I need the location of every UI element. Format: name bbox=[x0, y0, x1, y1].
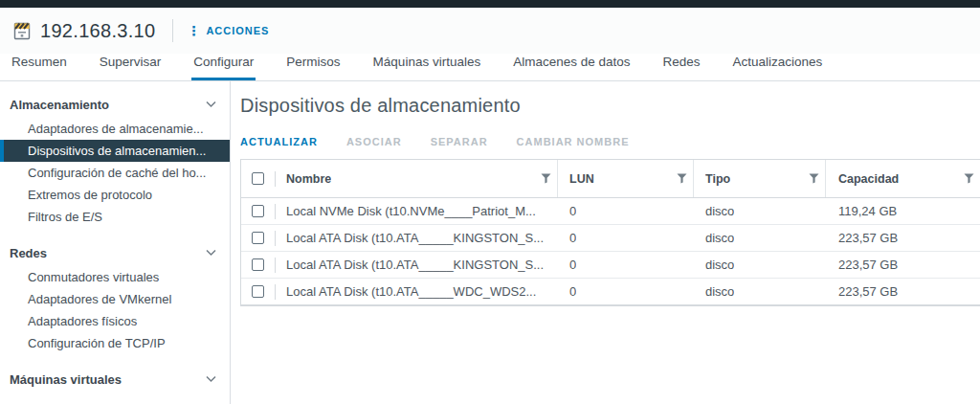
devices-toolbar: ACTUALIZAR ASOCIAR SEPARAR CAMBIAR NOMBR… bbox=[240, 136, 980, 147]
sidebar-header-label: Máquinas virtuales bbox=[10, 372, 122, 387]
device-type: disco bbox=[705, 284, 734, 299]
actions-label: ACCIONES bbox=[206, 25, 269, 36]
sidebar-item-dispositivos-almacenamiento[interactable]: Dispositivos de almacenamien... bbox=[0, 140, 230, 162]
sidebar-header-label: Almacenamiento bbox=[10, 98, 109, 112]
select-all-checkbox[interactable] bbox=[252, 172, 264, 185]
device-name: Local NVMe Disk (t10.NVMe____Patriot_M..… bbox=[286, 204, 536, 218]
column-label: LUN bbox=[569, 172, 594, 186]
sidebar-section-maquinas-virtuales: Máquinas virtuales bbox=[0, 366, 230, 393]
tab-actualizaciones[interactable]: Actualizaciones bbox=[731, 55, 825, 80]
storage-devices-table: Nombre LUN Tipo Capacidad bbox=[240, 159, 980, 306]
row-checkbox[interactable] bbox=[252, 232, 264, 244]
device-lun: 0 bbox=[569, 231, 576, 245]
chevron-down-icon bbox=[206, 249, 216, 257]
rename-button[interactable]: CAMBIAR NOMBRE bbox=[517, 136, 630, 147]
tab-permisos[interactable]: Permisos bbox=[284, 55, 342, 80]
device-name: Local ATA Disk (t10.ATA_____KINGSTON_S..… bbox=[286, 231, 544, 245]
header-checkbox-cell bbox=[241, 172, 275, 185]
host-tab-bar: Resumen Supervisar Configurar Permisos M… bbox=[0, 54, 980, 81]
chevron-down-icon bbox=[206, 375, 216, 383]
row-checkbox[interactable] bbox=[252, 205, 264, 217]
column-label: Nombre bbox=[286, 172, 331, 186]
sidebar-item-adaptadores-almacenamiento[interactable]: Adaptadores de almacenamie... bbox=[0, 118, 230, 140]
device-name: Local ATA Disk (t10.ATA_____WDC_WDS2... bbox=[286, 284, 536, 299]
device-lun: 0 bbox=[569, 258, 576, 272]
main-panel: Dispositivos de almacenamiento ACTUALIZA… bbox=[231, 81, 980, 404]
device-type: disco bbox=[705, 231, 734, 245]
refresh-button[interactable]: ACTUALIZAR bbox=[240, 136, 318, 147]
table-row[interactable]: Local NVMe Disk (t10.NVMe____Patriot_M..… bbox=[241, 198, 980, 225]
sidebar-section-almacenamiento: Almacenamiento Adaptadores de almacenami… bbox=[0, 91, 230, 228]
header-divider bbox=[172, 19, 173, 42]
sidebar-item-configuracion-tcpip[interactable]: Configuración de TCP/IP bbox=[0, 332, 230, 354]
column-header-nombre[interactable]: Nombre bbox=[276, 160, 558, 197]
tab-supervisar[interactable]: Supervisar bbox=[98, 55, 164, 80]
sidebar-item-conmutadores-virtuales[interactable]: Conmutadores virtuales bbox=[0, 266, 230, 288]
sidebar-item-adaptadores-vmkernel[interactable]: Adaptadores de VMkernel bbox=[0, 288, 230, 310]
sidebar-item-extremos-protocolo[interactable]: Extremos de protocolo bbox=[0, 184, 230, 206]
filter-icon[interactable] bbox=[809, 173, 819, 184]
content-body: Almacenamiento Adaptadores de almacenami… bbox=[0, 81, 980, 404]
table-row[interactable]: Local ATA Disk (t10.ATA_____KINGSTON_S..… bbox=[241, 225, 980, 252]
top-dark-band bbox=[0, 0, 980, 8]
configure-sidebar: Almacenamiento Adaptadores de almacenami… bbox=[0, 81, 231, 404]
page-title: Dispositivos de almacenamiento bbox=[240, 95, 980, 117]
sidebar-header-redes[interactable]: Redes bbox=[0, 239, 230, 266]
actions-menu-button[interactable]: ⋮ ACCIONES bbox=[187, 24, 269, 37]
sidebar-header-label: Redes bbox=[10, 246, 47, 260]
vsphere-host-configure-page: 192.168.3.10 ⋮ ACCIONES Resumen Supervis… bbox=[0, 0, 980, 404]
sidebar-item-adaptadores-fisicos[interactable]: Adaptadores físicos bbox=[0, 310, 230, 332]
device-type: disco bbox=[705, 204, 734, 218]
device-capacity: 223,57 GB bbox=[838, 231, 898, 245]
sidebar-section-redes: Redes Conmutadores virtuales Adaptadores… bbox=[0, 239, 230, 354]
column-header-capacidad[interactable]: Capacidad bbox=[826, 172, 980, 186]
column-header-tipo[interactable]: Tipo bbox=[694, 160, 826, 197]
tab-almacenes-de-datos[interactable]: Almacenes de datos bbox=[511, 55, 632, 80]
device-capacity: 119,24 GB bbox=[838, 204, 897, 218]
column-label: Tipo bbox=[705, 172, 730, 186]
sidebar-header-maquinas-virtuales[interactable]: Máquinas virtuales bbox=[0, 366, 230, 393]
kebab-menu-icon: ⋮ bbox=[187, 24, 201, 37]
host-maintenance-icon bbox=[11, 20, 33, 41]
chevron-down-icon bbox=[206, 101, 216, 108]
table-row[interactable]: Local ATA Disk (t10.ATA_____WDC_WDS2... … bbox=[241, 279, 980, 305]
tab-redes[interactable]: Redes bbox=[661, 55, 702, 80]
detach-button[interactable]: SEPARAR bbox=[431, 136, 488, 147]
device-lun: 0 bbox=[569, 284, 576, 299]
host-ip-title: 192.168.3.10 bbox=[40, 20, 155, 42]
device-capacity: 223,57 GB bbox=[838, 284, 898, 299]
filter-icon[interactable] bbox=[677, 173, 687, 184]
column-label: Capacidad bbox=[838, 172, 899, 186]
filter-icon[interactable] bbox=[964, 173, 974, 184]
row-checkbox[interactable] bbox=[252, 258, 264, 271]
filter-icon[interactable] bbox=[541, 173, 551, 184]
sidebar-item-filtros-es[interactable]: Filtros de E/S bbox=[0, 206, 230, 228]
device-name: Local ATA Disk (t10.ATA_____KINGSTON_S..… bbox=[286, 258, 544, 272]
sidebar-item-cache-host[interactable]: Configuración de caché del ho... bbox=[0, 162, 230, 184]
device-lun: 0 bbox=[569, 204, 576, 218]
column-header-lun[interactable]: LUN bbox=[558, 160, 694, 197]
table-header-row: Nombre LUN Tipo Capacidad bbox=[241, 160, 980, 198]
table-row[interactable]: Local ATA Disk (t10.ATA_____KINGSTON_S..… bbox=[241, 252, 980, 279]
tab-maquinas-virtuales[interactable]: Máquinas virtuales bbox=[371, 55, 483, 80]
device-capacity: 223,57 GB bbox=[838, 258, 898, 272]
attach-button[interactable]: ASOCIAR bbox=[346, 136, 402, 147]
tab-resumen[interactable]: Resumen bbox=[10, 55, 69, 80]
row-checkbox[interactable] bbox=[252, 285, 264, 298]
sidebar-header-almacenamiento[interactable]: Almacenamiento bbox=[0, 91, 230, 118]
device-type: disco bbox=[705, 258, 734, 272]
host-header-bar: 192.168.3.10 ⋮ ACCIONES bbox=[0, 8, 980, 54]
tab-configurar[interactable]: Configurar bbox=[191, 55, 256, 80]
